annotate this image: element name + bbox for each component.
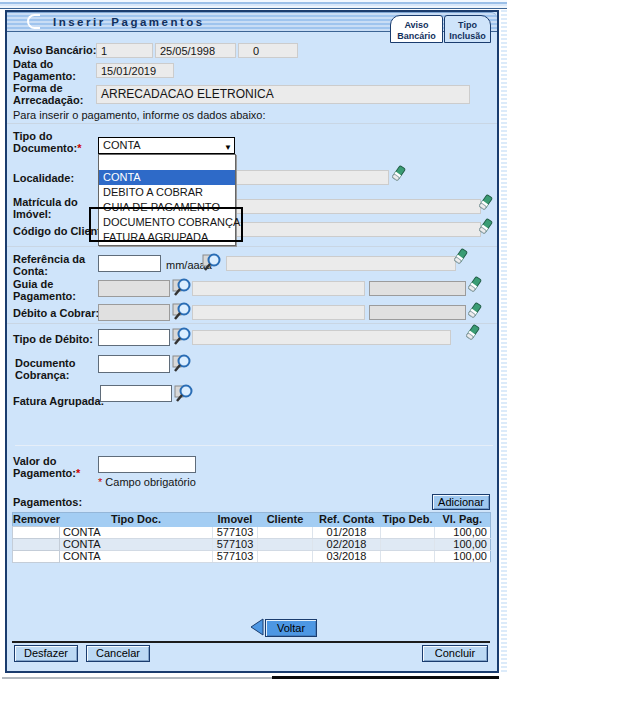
guia-extra-field bbox=[369, 281, 466, 296]
referencia-search-icon[interactable] bbox=[202, 252, 222, 272]
table-row: CONTA 577103 03/2018 100,00 bbox=[13, 550, 491, 562]
cliente-cell bbox=[258, 527, 313, 539]
fatura-agrupada-input[interactable] bbox=[100, 385, 172, 402]
referencia-conta-label: Referência da Conta: bbox=[13, 253, 97, 277]
remover-cell bbox=[13, 527, 60, 539]
debito-search-icon[interactable] bbox=[172, 301, 192, 321]
vl-pag-cell: 100,00 bbox=[435, 550, 491, 562]
aviso-data-field: 25/05/1998 bbox=[155, 43, 236, 58]
separator bbox=[7, 123, 497, 124]
tipo-documento-selected-value: CONTA bbox=[103, 139, 141, 151]
guia-eraser-icon[interactable] bbox=[467, 276, 482, 293]
bottom-gray-line bbox=[2, 677, 272, 679]
tipo-deb-cell bbox=[381, 538, 435, 550]
vl-pag-cell: 100,00 bbox=[435, 527, 491, 539]
ref-conta-cell: 02/2018 bbox=[313, 538, 381, 550]
dropdown-option-empty[interactable] bbox=[99, 155, 235, 170]
documento-cobranca-input[interactable] bbox=[98, 355, 170, 373]
tipo-deb-cell bbox=[381, 550, 435, 562]
tipo-doc-cell: CONTA bbox=[60, 527, 213, 539]
data-pagamento-label: Data do Pagamento: bbox=[13, 58, 83, 82]
separator bbox=[7, 246, 497, 247]
panel-right-shadow bbox=[501, 10, 507, 673]
select-dropdown-arrow-icon[interactable]: ▼ bbox=[224, 141, 232, 154]
codigo-cliente-desc-field bbox=[227, 222, 481, 237]
vl-pag-cell: 100,00 bbox=[435, 538, 491, 550]
data-pagamento-field: 15/01/2019 bbox=[96, 63, 174, 78]
adicionar-button[interactable]: Adicionar bbox=[432, 494, 490, 510]
debito-extra-field bbox=[369, 305, 466, 320]
debito-eraser-icon[interactable] bbox=[467, 302, 482, 319]
codigo-cliente-eraser-icon[interactable] bbox=[478, 218, 493, 235]
dropdown-option-debito-a-cobrar[interactable]: DEBITO A COBRAR bbox=[99, 185, 235, 200]
tipo-debito-eraser-icon[interactable] bbox=[465, 324, 480, 341]
aviso-sequencial-field: 0 bbox=[238, 43, 298, 58]
required-asterisk: * bbox=[76, 467, 80, 479]
table-row: CONTA 577103 01/2018 100,00 bbox=[13, 527, 491, 539]
desfazer-button[interactable]: Desfazer bbox=[14, 645, 78, 662]
tab-tipo-inclusao[interactable]: Tipo Inclusão bbox=[444, 15, 491, 43]
valor-pagamento-input[interactable] bbox=[98, 456, 196, 473]
required-asterisk: * bbox=[77, 142, 81, 154]
forma-arrecadacao-label: Forma de Arrecadação: bbox=[13, 82, 93, 106]
instruction-text: Para inserir o pagamento, informe os dad… bbox=[13, 109, 433, 121]
matricula-eraser-icon[interactable] bbox=[478, 194, 493, 211]
table-header-row: Remover Tipo Doc. Imovel Cliente Ref. Co… bbox=[13, 513, 491, 527]
separator bbox=[7, 323, 497, 324]
guia-pagamento-input bbox=[98, 280, 170, 297]
matricula-imovel-label: Matrícula do Imóvel: bbox=[13, 196, 83, 220]
tipo-debito-desc-field bbox=[192, 330, 451, 345]
documento-cobranca-search-icon[interactable] bbox=[172, 353, 192, 373]
voltar-button[interactable]: Voltar bbox=[265, 619, 317, 637]
matricula-desc-field bbox=[227, 199, 481, 214]
forma-arrecadacao-field: ARRECADACAO ELETRONICA bbox=[96, 85, 470, 104]
dropdown-option-conta[interactable]: CONTA bbox=[99, 170, 235, 185]
aviso-numero-field: 1 bbox=[96, 43, 153, 58]
localidade-desc-field bbox=[227, 170, 389, 185]
ref-conta-cell: 01/2018 bbox=[313, 527, 381, 539]
ref-conta-cell: 03/2018 bbox=[313, 550, 381, 562]
col-imovel: Imovel bbox=[213, 513, 258, 527]
col-ref-conta: Ref. Conta bbox=[313, 513, 381, 527]
imovel-cell: 577103 bbox=[213, 527, 258, 539]
inserir-pagamentos-panel: Inserir Pagamentos Aviso Bancário Tipo I… bbox=[5, 10, 499, 673]
pagamentos-table: Remover Tipo Doc. Imovel Cliente Ref. Co… bbox=[12, 512, 491, 563]
col-remover: Remover bbox=[13, 513, 60, 527]
imovel-cell: 577103 bbox=[213, 538, 258, 550]
table-row: CONTA 577103 02/2018 100,00 bbox=[13, 538, 491, 550]
guia-search-icon[interactable] bbox=[172, 277, 192, 297]
separator bbox=[12, 641, 490, 643]
valor-pagamento-label: Valor do Pagamento:* bbox=[13, 455, 83, 479]
cliente-cell bbox=[258, 550, 313, 562]
back-arrow-icon[interactable] bbox=[250, 618, 264, 636]
tipo-documento-label: Tipo do Documento:* bbox=[13, 130, 88, 154]
documento-cobranca-label: Documento Cobrança: bbox=[15, 357, 95, 381]
separator bbox=[15, 445, 493, 446]
tab-aviso-bancario[interactable]: Aviso Bancário bbox=[390, 15, 443, 43]
col-cliente: Cliente bbox=[258, 513, 313, 527]
tipo-debito-input[interactable] bbox=[98, 329, 170, 346]
referencia-conta-input[interactable] bbox=[98, 255, 161, 272]
localidade-eraser-icon[interactable] bbox=[391, 165, 406, 182]
referencia-eraser-icon[interactable] bbox=[453, 248, 468, 265]
debito-desc-field bbox=[192, 305, 365, 320]
bottom-black-line bbox=[272, 676, 499, 679]
imovel-cell: 577103 bbox=[213, 550, 258, 562]
concluir-button[interactable]: Concluir bbox=[422, 645, 488, 662]
tipo-documento-select[interactable]: CONTA ▼ bbox=[98, 137, 235, 154]
referencia-desc-field bbox=[226, 256, 456, 271]
cancelar-button[interactable]: Cancelar bbox=[86, 645, 150, 662]
tipo-debito-search-icon[interactable] bbox=[172, 326, 192, 346]
tipo-doc-cell: CONTA bbox=[60, 538, 213, 550]
required-note: * Campo obrigatório bbox=[98, 476, 196, 488]
pagamentos-label: Pagamentos: bbox=[13, 496, 133, 508]
fatura-agrupada-search-icon[interactable] bbox=[174, 383, 194, 403]
col-vl-pag: Vl. Pag. bbox=[435, 513, 491, 527]
remover-cell bbox=[13, 538, 60, 550]
guia-desc-field bbox=[192, 281, 365, 296]
tipo-doc-cell: CONTA bbox=[60, 550, 213, 562]
col-tipo-deb: Tipo Deb. bbox=[381, 513, 435, 527]
remover-cell bbox=[13, 550, 60, 562]
guia-pagamento-label: Guia de Pagamento: bbox=[13, 278, 83, 302]
focus-highlight-rectangle bbox=[89, 207, 243, 242]
